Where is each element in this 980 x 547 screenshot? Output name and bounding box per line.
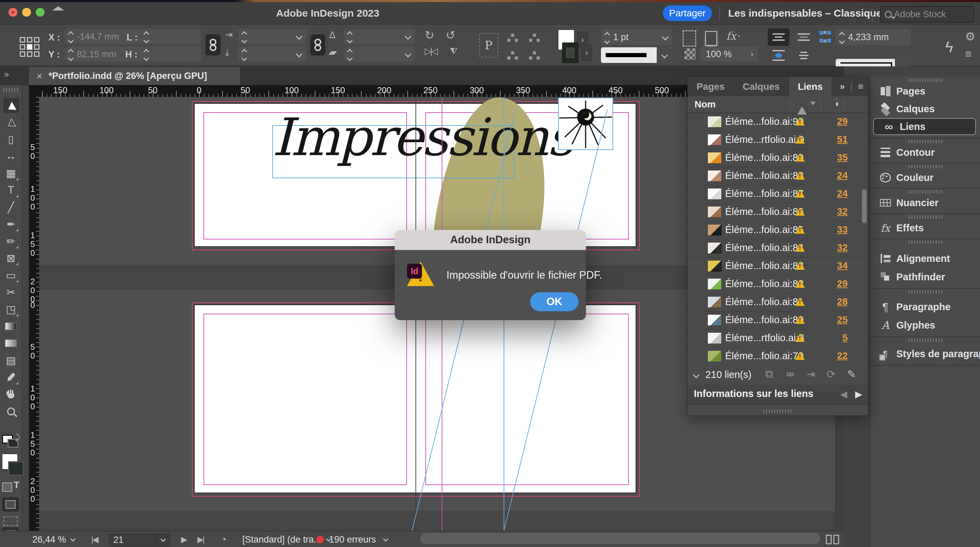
link-page-number[interactable]: 22: [824, 350, 848, 361]
frame-tool[interactable]: ⊠: [3, 250, 19, 266]
link-name[interactable]: Éléme...rtfolio.ai:8: [725, 332, 804, 343]
close-tab-icon[interactable]: ×: [37, 70, 43, 82]
constrain-scale-link[interactable]: [310, 34, 325, 56]
relink-icon[interactable]: ∞: [786, 368, 794, 380]
link-page-number[interactable]: 51: [824, 134, 848, 145]
ok-button[interactable]: OK: [530, 292, 579, 311]
select-next-icon[interactable]: [533, 51, 536, 54]
link-page-number[interactable]: 33: [824, 224, 848, 235]
link-name[interactable]: Éléme...folio.ai:84: [725, 242, 804, 253]
share-button[interactable]: Partager: [663, 5, 712, 21]
free-transform-tool[interactable]: ◳: [3, 301, 19, 317]
link-name[interactable]: Éléme...folio.ai:90: [725, 116, 804, 127]
link-row[interactable]: Éléme...folio.ai:90!29: [688, 113, 868, 131]
selection-tool[interactable]: ▶: [3, 97, 20, 114]
eyedropper-tool[interactable]: [3, 369, 19, 385]
link-row[interactable]: Éléme...folio.ai:81!28: [688, 293, 868, 312]
line-tool[interactable]: ╱: [3, 199, 19, 215]
dock-item-effets[interactable]: fxEffets: [870, 219, 980, 237]
name-column-header[interactable]: Nom: [695, 99, 716, 110]
dock-item-styles-de-paragrap-[interactable]: ¶Styles de paragrap...: [870, 345, 980, 362]
headline-text-frame[interactable]: [272, 125, 514, 178]
modified-warning-icon[interactable]: !: [795, 171, 805, 180]
gradient-tool[interactable]: [3, 318, 19, 334]
rotate-ccw-button[interactable]: ↺: [446, 28, 456, 42]
horizontal-scrollbar-thumb[interactable]: [420, 533, 820, 544]
constrain-proportions-link[interactable]: [205, 34, 221, 56]
last-page-button[interactable]: ▶|: [197, 531, 204, 547]
dock-grip[interactable]: [908, 290, 943, 294]
panel-tab-pages[interactable]: Pages: [688, 77, 734, 96]
screen-mode-button[interactable]: [3, 517, 18, 526]
workspace-switcher[interactable]: Les indispensables – Classique: [728, 8, 892, 19]
dock-grip[interactable]: [908, 190, 943, 194]
panel-menu-icon[interactable]: ≡: [858, 81, 863, 92]
dock-item-pages[interactable]: Pages: [870, 83, 980, 100]
edit-original-icon[interactable]: ✎: [847, 368, 856, 381]
link-row[interactable]: Éléme...rtfolio.ai:9!51: [688, 130, 868, 149]
link-row[interactable]: Éléme...folio.ai:88!24: [688, 167, 868, 185]
next-page-button[interactable]: ▶: [181, 531, 186, 547]
pen-tool[interactable]: ✒: [3, 216, 19, 232]
select-content-icon[interactable]: [533, 34, 536, 37]
status-filter-dropdown[interactable]: [810, 102, 816, 105]
page-column-header-icon[interactable]: [836, 98, 838, 106]
opacity-field[interactable]: 100 % ›: [700, 47, 758, 62]
link-row[interactable]: Éléme...folio.ai:84!32: [688, 239, 868, 258]
link-name[interactable]: Éléme...folio.ai:79: [725, 350, 804, 362]
pages-side-by-side-button[interactable]: [825, 535, 840, 544]
document-tab[interactable]: × *Portfolio.indd @ 26% [Aperçu GPU]: [29, 67, 240, 85]
link-name[interactable]: Éléme...folio.ai:86: [725, 206, 804, 217]
error-status[interactable]: 190 erreurs: [317, 531, 388, 547]
scissors-tool[interactable]: ✂: [3, 285, 19, 300]
rotation-angle-combo[interactable]: [344, 29, 415, 44]
modified-warning-icon[interactable]: !: [795, 243, 805, 252]
adobe-stock-search[interactable]: Adobe Stock: [880, 6, 974, 22]
dock-item-paragraphe[interactable]: ¶Paragraphe: [870, 298, 980, 315]
width-field[interactable]: [140, 29, 202, 44]
direct-selection-tool[interactable]: ▷: [3, 114, 19, 130]
links-scrollbar-thumb[interactable]: [862, 189, 867, 223]
height-field[interactable]: [140, 47, 202, 62]
type-tool[interactable]: T: [3, 182, 19, 198]
link-page-number[interactable]: 25: [824, 314, 848, 325]
page-tool[interactable]: ▯: [3, 131, 19, 147]
modified-warning-icon[interactable]: !: [795, 279, 805, 288]
dock-grip[interactable]: [908, 215, 943, 219]
link-row[interactable]: Éléme...rtfolio.ai:8!5: [688, 329, 868, 348]
link-name[interactable]: Éléme...folio.ai:82: [725, 278, 804, 289]
link-page-number[interactable]: 32: [824, 242, 848, 253]
rectangle-tool[interactable]: ▭: [3, 267, 19, 283]
dock-item-glyphes[interactable]: AGlyphes: [870, 317, 980, 334]
corner-options-icon[interactable]: [682, 30, 696, 47]
link-row[interactable]: Éléme...folio.ai:80!25: [688, 311, 868, 330]
flip-horizontal-button[interactable]: ▷|◁: [425, 46, 437, 56]
rotate-cw-button[interactable]: ↻: [425, 28, 434, 42]
formatting-affects-text-button[interactable]: T: [14, 480, 19, 491]
stroke-style-combo[interactable]: [601, 47, 672, 63]
panel-menu-icon[interactable]: ≡: [965, 47, 972, 60]
dock-grip[interactable]: [908, 79, 943, 82]
link-page-number[interactable]: 29: [824, 278, 848, 289]
dock-grip[interactable]: [908, 140, 943, 143]
link-page-number[interactable]: 24: [824, 188, 848, 199]
collapse-chevron-icon[interactable]: [693, 372, 700, 378]
zoom-level[interactable]: 26,44 %: [32, 531, 75, 547]
modified-warning-icon[interactable]: !: [795, 135, 805, 143]
dock-item-liens[interactable]: ∞Liens: [873, 118, 976, 135]
link-row[interactable]: Éléme...folio.ai:82!29: [688, 275, 868, 294]
link-row[interactable]: Éléme...folio.ai:79!22: [688, 347, 868, 365]
stroke-weight-combo[interactable]: 1 pt: [601, 29, 672, 45]
dock-grip[interactable]: [908, 240, 943, 244]
link-name[interactable]: Éléme...folio.ai:87: [725, 188, 804, 199]
modified-warning-icon[interactable]: !: [795, 315, 805, 324]
link-name[interactable]: Éléme...rtfolio.ai:9: [725, 134, 804, 145]
expand-panel-chevrons[interactable]: »: [840, 81, 845, 92]
modified-warning-icon[interactable]: !: [795, 351, 805, 360]
dock-item-calques[interactable]: Calques: [870, 100, 980, 118]
link-name[interactable]: Éléme...folio.ai:81: [725, 296, 804, 307]
content-collector-tool[interactable]: ▦: [3, 165, 19, 181]
link-row[interactable]: Éléme...folio.ai:89!35: [688, 149, 868, 167]
modified-warning-icon[interactable]: !: [795, 117, 805, 126]
text-wrap-button[interactable]: [793, 28, 815, 46]
